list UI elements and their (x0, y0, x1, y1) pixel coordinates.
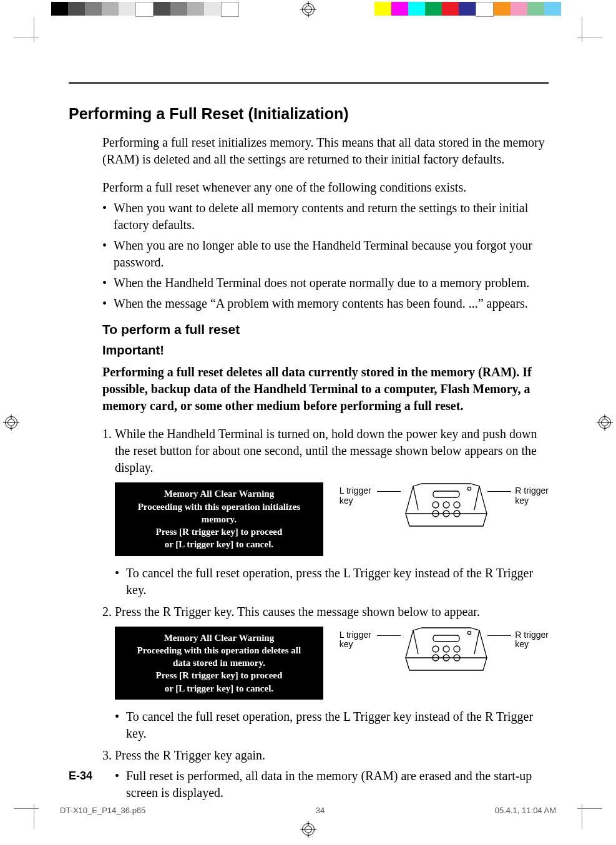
svg-point-1 (433, 502, 439, 508)
registration-mark-icon (3, 414, 19, 431)
step-item: 3. Press the R Trigger key again. Full r… (102, 747, 549, 801)
svg-point-15 (467, 631, 471, 634)
l-trigger-label: L trigger key (340, 486, 371, 506)
color-swatches-left (51, 2, 239, 16)
crop-mark-icon (557, 24, 595, 62)
registration-mark-icon (300, 821, 316, 838)
step-number: 2. (102, 603, 112, 620)
svg-point-11 (454, 646, 460, 652)
l-trigger-label: L trigger key (340, 630, 371, 650)
msg-line: Proceeding with this operation deletes a… (124, 644, 315, 657)
crop-mark-icon (21, 784, 59, 821)
step-item: 2. Press the R Trigger key. This causes … (102, 603, 549, 742)
page-content: Performing a Full Reset (Initialization)… (69, 82, 549, 789)
list-item: Full reset is performed, all data in the… (115, 768, 549, 801)
step-item: 1. While the Handheld Terminal is turned… (102, 426, 549, 598)
device-figure: L trigger key (340, 627, 549, 674)
page-title: Performing a Full Reset (Initialization) (69, 105, 549, 123)
intro-text: Performing a full reset initializes memo… (102, 134, 549, 168)
important-body: Performing a full reset deletes all data… (102, 364, 549, 414)
msg-line: Press [R trigger key] to proceed (124, 525, 315, 538)
step-number: 3. (102, 747, 112, 764)
crop-mark-icon (21, 24, 59, 62)
msg-line: Proceeding with this operation initializ… (124, 501, 315, 526)
r-trigger-label: R trigger key (515, 630, 549, 650)
msg-line: Memory All Clear Warning (124, 487, 315, 500)
list-item: When you want to delete all memory conte… (102, 200, 549, 233)
msg-line: Memory All Clear Warning (124, 632, 315, 644)
svg-point-3 (454, 502, 460, 508)
msg-line: data stored in memory. (124, 657, 315, 669)
leader-line (487, 635, 511, 636)
r-trigger-label: R trigger key (515, 486, 549, 506)
leader-line (377, 491, 401, 492)
footer-filename: DT-X10_E_P14_36.p65 (60, 806, 145, 815)
list-item: To cancel the full reset operation, pres… (115, 565, 549, 598)
color-swatches-right (374, 2, 561, 16)
device-top-icon (401, 627, 492, 672)
step-text: Press the R Trigger key again. (115, 748, 265, 762)
page-number: E-34 (69, 769, 92, 783)
svg-point-9 (433, 646, 439, 652)
footer-timestamp: 05.4.1, 11:04 AM (495, 806, 556, 815)
leader-line (487, 491, 511, 492)
device-top-icon (401, 482, 492, 527)
header-rule (69, 82, 549, 84)
conditions-list: When you want to delete all memory conte… (102, 200, 549, 312)
footer-sheet-number: 34 (145, 806, 494, 815)
print-footer: DT-X10_E_P14_36.p65 34 05.4.1, 11:04 AM (60, 806, 556, 815)
svg-rect-0 (433, 491, 459, 497)
screen-message-box: Memory All Clear Warning Proceeding with… (115, 482, 323, 555)
device-figure: L trigger key (340, 482, 549, 530)
list-item: To cancel the full reset operation, pres… (115, 708, 549, 742)
svg-point-2 (443, 502, 449, 508)
important-heading: Important! (102, 342, 549, 359)
list-item: When you are no longer able to use the H… (102, 237, 549, 271)
step-number: 1. (102, 426, 112, 442)
svg-rect-8 (433, 635, 459, 642)
screen-message-box: Memory All Clear Warning Proceeding with… (115, 627, 323, 700)
msg-line: or [L trigger key] to cancel. (124, 538, 315, 550)
registration-mark-icon (300, 1, 316, 17)
registration-mark-icon (597, 414, 613, 431)
list-item: When the message “A problem with memory … (102, 295, 549, 312)
crop-mark-icon (557, 784, 595, 821)
section-heading: To perform a full reset (102, 321, 549, 338)
svg-point-7 (467, 487, 471, 491)
conditions-lead: Perform a full reset whenever any one of… (102, 179, 549, 196)
svg-point-10 (443, 646, 449, 652)
step-text: Press the R Trigger key. This causes the… (115, 605, 480, 618)
msg-line: or [L trigger key] to cancel. (124, 682, 315, 695)
msg-line: Press [R trigger key] to proceed (124, 669, 315, 681)
leader-line (377, 635, 401, 636)
step-text: While the Handheld Terminal is turned on… (115, 427, 537, 474)
list-item: When the Handheld Terminal does not oper… (102, 275, 549, 291)
